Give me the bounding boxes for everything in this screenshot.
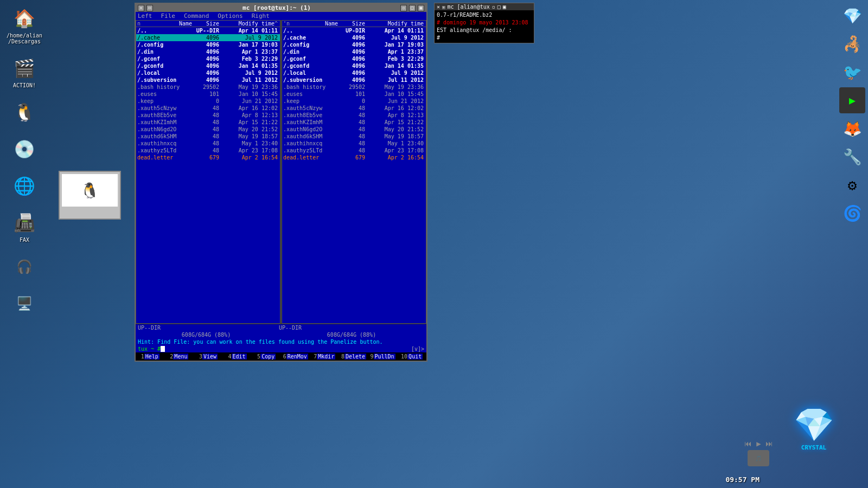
fkey-pulldn[interactable]: 9PullDn (368, 354, 398, 359)
file-size: 29502 (192, 84, 219, 90)
dock-icon-2[interactable]: 🐦 (839, 59, 865, 85)
play-icon[interactable]: ▶ (756, 439, 761, 448)
right-file-row[interactable]: .euses101Jan 10 15:45 (282, 91, 426, 98)
dock-gem[interactable]: 💎 (839, 3, 865, 29)
file-size: 48 (338, 112, 365, 118)
terminal-close[interactable]: ✕ (437, 4, 440, 10)
left-file-row[interactable]: dead.letter679Apr 2 16:54 (136, 154, 280, 161)
fkey-delete[interactable]: 8Delete (339, 354, 368, 359)
left-file-row[interactable]: .euses101Jan 10 15:45 (136, 91, 280, 98)
file-size: 4096 (338, 42, 365, 48)
preview-window: 🐧 (59, 171, 121, 220)
file-size: 4096 (192, 63, 219, 69)
media-panel[interactable]: 🎵 (748, 450, 769, 466)
menu-file[interactable]: File (161, 12, 176, 20)
left-file-row[interactable]: .xauthd6kSHM48May 19 18:57 (136, 133, 280, 140)
menu-command[interactable]: Command (184, 12, 209, 20)
file-size: 4096 (192, 77, 219, 83)
right-file-row[interactable]: /.gconfd4096Jan 14 01:35 (282, 62, 426, 69)
desktop-icon-monitor[interactable]: 🖥️ (5, 291, 43, 317)
desktop-icon-penguin[interactable]: 🐧 (5, 99, 43, 125)
dock-icon-1[interactable]: 🦂 (839, 31, 865, 57)
desktop-icon-action[interactable]: 🎬 ACTION! (5, 55, 43, 88)
desktop-icon-globe[interactable]: 🌐 (5, 173, 43, 199)
dock-icon-5[interactable]: 🌀 (839, 200, 865, 226)
menu-right[interactable]: Right (252, 12, 270, 20)
right-file-row[interactable]: .xauthyz5LTd48Apr 23 17:08 (282, 147, 426, 154)
mc-cmdline[interactable]: tux ~ # [v]> (136, 345, 426, 352)
file-size: 4096 (192, 35, 219, 41)
dock-firefox[interactable]: 🦊 (839, 115, 865, 142)
right-file-row[interactable]: dead.letter679Apr 2 16:54 (282, 154, 426, 161)
fkey-edit[interactable]: 4Edit (223, 354, 252, 359)
right-file-row[interactable]: /.cache4096Jul 9 2012 (282, 34, 426, 41)
resize-button2[interactable]: □ (409, 5, 416, 11)
right-file-row[interactable]: /.gconf4096Feb 3 22:29 (282, 55, 426, 62)
left-file-row[interactable]: /.cache4096Jul 9 2012 (136, 34, 280, 41)
file-size: 4096 (192, 56, 219, 62)
menu-left[interactable]: Left (138, 12, 152, 20)
resize-button1[interactable]: ▫ (400, 5, 407, 11)
file-date: Jul 9 2012 (365, 35, 425, 41)
left-file-row[interactable]: /.subversion4096Jul 11 2012 (136, 76, 280, 84)
next-icon[interactable]: ⏭ (765, 439, 773, 448)
right-file-row[interactable]: /.subversion4096Jul 11 2012 (282, 76, 426, 84)
fkey-num: 1 (141, 354, 144, 359)
right-file-row[interactable]: .xauthd6kSHM48May 19 18:57 (282, 133, 426, 140)
mc-menubar: Left File Command Options Right (136, 12, 426, 20)
right-file-row[interactable]: .bash_history29502May 19 23:36 (282, 84, 426, 91)
right-file-row[interactable]: .keep0Jun 21 2012 (282, 98, 426, 105)
right-file-row[interactable]: /.config4096Jan 17 19:03 (282, 41, 426, 48)
fkey-quit[interactable]: 10Quit (397, 354, 426, 359)
close-button[interactable]: ✕ (138, 5, 144, 11)
file-size: 48 (192, 140, 219, 146)
left-file-row[interactable]: /.gconfd4096Jan 14 01:35 (136, 62, 280, 69)
desktop-icon-home[interactable]: 🏠 /home/alian/Descargas (5, 5, 43, 44)
right-file-row[interactable]: .xauth5cNzyw48Apr 16 12:02 (282, 105, 426, 112)
right-file-row[interactable]: .xauthKZImhM48Apr 15 21:22 (282, 119, 426, 126)
left-file-row[interactable]: .xauthN6gd2O48May 20 21:52 (136, 126, 280, 133)
fkey-menu[interactable]: 2Menu (165, 354, 194, 359)
terminal-btn3[interactable]: ▣ (503, 4, 506, 10)
fkey-view[interactable]: 3View (194, 354, 223, 359)
fkey-renmov[interactable]: 6RenMov (281, 354, 310, 359)
dock-icon-4[interactable]: ⚙️ (839, 172, 865, 198)
left-file-row[interactable]: /.local4096Jul 9 2012 (136, 69, 280, 76)
desktop-icon-headphones[interactable]: 🎧 (5, 254, 43, 280)
right-file-row[interactable]: .xauthN6gd2O48May 20 21:52 (282, 126, 426, 133)
fkey-mkdir[interactable]: 7Mkdir (310, 354, 340, 359)
left-file-row[interactable]: .bash_history29502May 19 23:36 (136, 84, 280, 91)
file-size: 48 (192, 126, 219, 132)
left-file-row[interactable]: .xauthKZImhM48Apr 15 21:22 (136, 119, 280, 126)
fkey-copy[interactable]: 5Copy (252, 354, 281, 359)
desktop-icon-fax[interactable]: 📠 FAX (5, 210, 43, 243)
left-file-row[interactable]: .xauth5cNzyw48Apr 16 12:02 (136, 105, 280, 112)
media-button-area[interactable]: ⏮ ▶ ⏭ (744, 439, 773, 448)
desktop-icon-cd[interactable]: 💿 (5, 136, 43, 162)
terminal-btn1[interactable]: ▫ (492, 4, 495, 10)
dock-androplayer[interactable]: ▶ (839, 87, 865, 113)
terminal-btn2[interactable]: □ (497, 4, 501, 10)
file-date: Jan 14 01:35 (365, 63, 425, 69)
right-file-row[interactable]: /..UP-DIRApr 14 01:11 (282, 27, 426, 34)
fkey-help[interactable]: 1Help (136, 354, 165, 359)
prev-icon[interactable]: ⏮ (744, 439, 752, 448)
left-file-row[interactable]: .keep0Jun 21 2012 (136, 98, 280, 105)
dock-icon-3[interactable]: 🔧 (839, 144, 865, 170)
right-file-row[interactable]: .xauth8Eb5ve48Apr 8 12:13 (282, 112, 426, 119)
left-file-row[interactable]: /..UP--DIRApr 14 01:11 (136, 27, 280, 34)
maximize-button[interactable]: ▣ (418, 5, 424, 11)
left-file-row[interactable]: /.din4096Apr 1 23:37 (136, 48, 280, 55)
right-file-row[interactable]: .xauthihnxcq48May 1 23:40 (282, 140, 426, 147)
left-file-row[interactable]: /.gconf4096Feb 3 22:29 (136, 55, 280, 62)
right-file-row[interactable]: /.din4096Apr 1 23:37 (282, 48, 426, 55)
file-date: Apr 1 23:37 (365, 49, 425, 55)
left-file-row[interactable]: .xauthihnxcq48May 1 23:40 (136, 140, 280, 147)
left-file-row[interactable]: /.config4096Jan 17 19:03 (136, 41, 280, 48)
minimize-button[interactable]: ▭ (146, 5, 153, 11)
left-file-row[interactable]: .xauth8Eb5ve48Apr 8 12:13 (136, 112, 280, 119)
menu-options[interactable]: Options (218, 12, 242, 20)
file-name: .xauth5cNzyw (137, 105, 192, 111)
left-file-row[interactable]: .xauthyz5LTd48Apr 23 17:08 (136, 147, 280, 154)
right-file-row[interactable]: /.local4096Jul 9 2012 (282, 69, 426, 76)
